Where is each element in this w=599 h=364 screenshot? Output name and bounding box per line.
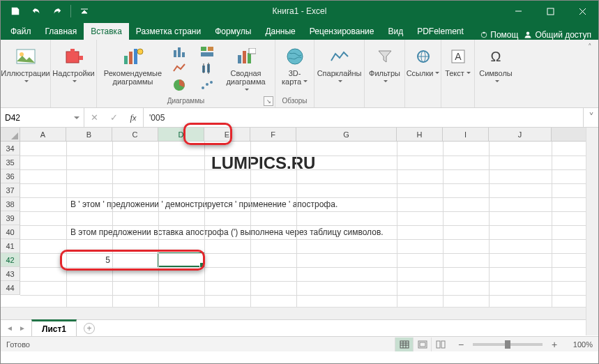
help-button[interactable]: Помощ bbox=[480, 30, 518, 40]
row-header-38[interactable]: 38 bbox=[1, 197, 20, 211]
sheet-tab-1[interactable]: Лист1 bbox=[31, 319, 77, 336]
addins-label: Надстройки bbox=[52, 69, 94, 86]
cancel-formula-button[interactable]: ✕ bbox=[84, 108, 104, 127]
column-header-F[interactable]: F bbox=[250, 128, 296, 141]
svg-rect-11 bbox=[124, 56, 128, 64]
zoom-in-button[interactable]: + bbox=[548, 338, 561, 351]
zoom-slider[interactable] bbox=[473, 343, 543, 346]
tab-view[interactable]: Вид bbox=[381, 23, 410, 40]
text-button[interactable]: A Текст bbox=[439, 44, 478, 79]
column-header-A[interactable]: A bbox=[20, 128, 66, 141]
sparklines-button[interactable]: Спарклайны bbox=[317, 44, 361, 87]
page-break-view-button[interactable] bbox=[431, 338, 449, 351]
pivot-chart-button[interactable]: Сводная диаграмма bbox=[222, 44, 271, 96]
row-header-34[interactable]: 34 bbox=[1, 142, 20, 156]
zoom-out-button[interactable]: − bbox=[455, 338, 467, 351]
name-box[interactable]: D42 bbox=[1, 108, 84, 127]
links-button[interactable]: Ссылки bbox=[404, 44, 443, 79]
row-header-41[interactable]: 41 bbox=[1, 239, 20, 253]
row-header-35[interactable]: 35 bbox=[1, 156, 20, 169]
tab-file[interactable]: Файл bbox=[3, 23, 38, 40]
column-header-G[interactable]: G bbox=[296, 128, 397, 141]
recommended-charts-button[interactable]: Рекомендуемые диаграммы bbox=[102, 44, 165, 87]
charts-dialog-launcher[interactable]: ↘ bbox=[264, 96, 273, 106]
select-all-button[interactable] bbox=[1, 128, 20, 141]
page-layout-view-button[interactable] bbox=[413, 338, 431, 351]
addins-button[interactable]: Надстройки bbox=[54, 44, 93, 87]
tab-data[interactable]: Данные bbox=[258, 23, 302, 40]
tab-insert[interactable]: Вставка bbox=[84, 23, 129, 40]
enter-formula-button[interactable]: ✓ bbox=[104, 108, 123, 127]
sheet-tab-bar: ◄ ► Лист1 + bbox=[1, 319, 598, 336]
maximize-button[interactable] bbox=[534, 1, 566, 22]
pie-chart-button[interactable] bbox=[166, 77, 192, 93]
svg-rect-46 bbox=[420, 342, 425, 347]
statistic-chart-button[interactable] bbox=[194, 61, 220, 76]
tab-page-layout[interactable]: Разметка страни bbox=[129, 23, 208, 40]
tab-home[interactable]: Главная bbox=[38, 23, 84, 40]
redo-button[interactable] bbox=[48, 2, 66, 20]
close-button[interactable] bbox=[566, 1, 598, 22]
add-sheet-button[interactable]: + bbox=[81, 320, 98, 337]
svg-rect-32 bbox=[249, 48, 256, 54]
svg-rect-31 bbox=[248, 53, 251, 63]
row-header-39[interactable]: 39 bbox=[1, 211, 20, 225]
pivot-chart-label: Сводная диаграмма bbox=[225, 69, 268, 94]
svg-rect-40 bbox=[400, 341, 409, 348]
svg-rect-29 bbox=[238, 55, 241, 63]
column-header-C[interactable]: C bbox=[112, 128, 158, 141]
column-header-B[interactable]: B bbox=[66, 128, 112, 141]
row-header-36[interactable]: 36 bbox=[1, 169, 20, 183]
column-header-I[interactable]: I bbox=[443, 128, 489, 141]
svg-point-14 bbox=[137, 49, 143, 54]
tab-formulas[interactable]: Формулы bbox=[208, 23, 258, 40]
text-label: Текст bbox=[445, 69, 471, 77]
collapse-ribbon-button[interactable]: ˄ bbox=[584, 43, 596, 54]
svg-rect-9 bbox=[70, 49, 75, 53]
svg-rect-15 bbox=[174, 50, 176, 57]
sheet-nav-next[interactable]: ► bbox=[16, 321, 29, 335]
tab-pdfelement[interactable]: PDFelement bbox=[410, 23, 471, 40]
addins-icon bbox=[65, 45, 83, 68]
name-box-value: D42 bbox=[5, 113, 20, 123]
sheet-nav-prev[interactable]: ◄ bbox=[3, 321, 16, 335]
minimize-button[interactable] bbox=[502, 1, 534, 22]
insert-function-button[interactable]: fx bbox=[123, 108, 143, 127]
qat-customize-button[interactable] bbox=[75, 2, 93, 20]
row-header-42[interactable]: 42 bbox=[1, 253, 20, 267]
symbols-button[interactable]: Ω Символы bbox=[476, 44, 515, 87]
row-header-37[interactable]: 37 bbox=[1, 183, 20, 197]
horizontal-scrollbar[interactable] bbox=[1, 307, 598, 319]
tab-review[interactable]: Рецензирование bbox=[303, 23, 381, 40]
column-chart-button[interactable] bbox=[166, 44, 192, 59]
share-label: Общий доступ bbox=[535, 30, 591, 40]
expand-formula-bar-button[interactable]: ˅ bbox=[583, 108, 598, 127]
normal-view-button[interactable] bbox=[395, 338, 413, 351]
save-button[interactable] bbox=[6, 2, 24, 20]
zoom-percent[interactable]: 100% bbox=[565, 340, 593, 349]
share-button[interactable]: Общий доступ bbox=[524, 30, 591, 40]
illustrations-button[interactable]: Иллюстрации bbox=[3, 44, 47, 87]
undo-button[interactable] bbox=[27, 2, 45, 20]
column-header-E[interactable]: E bbox=[204, 128, 250, 141]
row-header-44[interactable]: 44 bbox=[1, 281, 20, 295]
filters-button[interactable]: Фильтры bbox=[365, 44, 404, 87]
formula-value: '005 bbox=[149, 113, 165, 123]
scatter-chart-button[interactable] bbox=[194, 77, 220, 93]
svg-point-28 bbox=[210, 81, 213, 84]
hierarchy-chart-button[interactable] bbox=[194, 44, 220, 59]
formula-input[interactable]: '005 bbox=[144, 108, 583, 127]
cells-grid[interactable]: LUMPICS.RU В ' этом ' предложении ' демо… bbox=[20, 142, 598, 307]
column-headers: ABCDEFGHIJ bbox=[1, 128, 598, 142]
3d-map-button[interactable]: 3D- карта bbox=[275, 44, 314, 87]
column-header-D[interactable]: D bbox=[158, 128, 204, 141]
row-header-43[interactable]: 43 bbox=[1, 267, 20, 281]
line-chart-button[interactable] bbox=[166, 61, 192, 76]
ribbon: Иллюстрации Надстройки Рекомендуемые диа… bbox=[1, 40, 598, 108]
column-header-H[interactable]: H bbox=[397, 128, 443, 141]
status-ready: Готово bbox=[6, 340, 30, 349]
column-header-J[interactable]: J bbox=[489, 128, 552, 141]
svg-rect-20 bbox=[201, 52, 213, 56]
row-header-40[interactable]: 40 bbox=[1, 225, 20, 239]
vertical-scrollbar[interactable] bbox=[586, 128, 598, 335]
